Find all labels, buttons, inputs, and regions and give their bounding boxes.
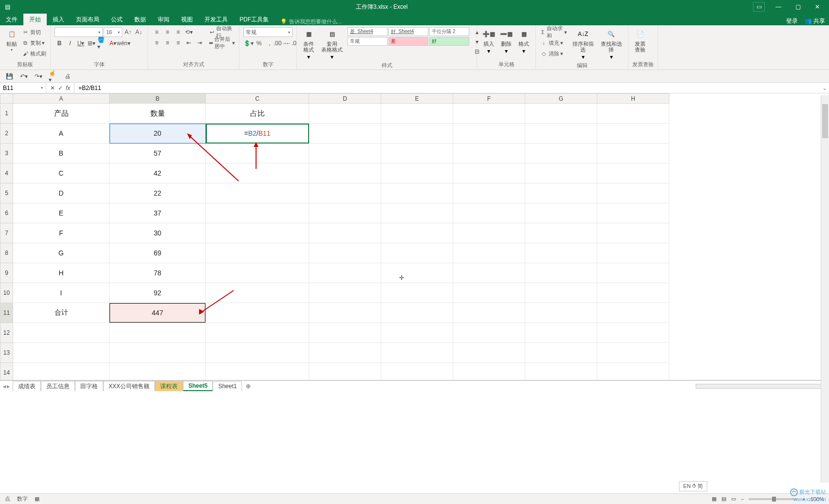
cell-b8[interactable]: 69 (110, 243, 206, 263)
cell-a5[interactable]: D (13, 183, 110, 203)
cell[interactable] (13, 323, 110, 343)
cell[interactable] (309, 343, 381, 363)
align-bottom-icon[interactable]: ≡ (173, 27, 183, 37)
cell[interactable] (597, 303, 669, 323)
paste-button[interactable]: 📋 粘贴 ▾ (4, 27, 19, 53)
cell-a8[interactable]: G (13, 243, 110, 263)
cancel-formula-icon[interactable]: ✕ (50, 85, 55, 91)
cell[interactable] (597, 363, 669, 381)
cell[interactable] (206, 283, 309, 303)
cell[interactable] (381, 104, 453, 124)
cell-a6[interactable]: E (13, 203, 110, 223)
invoice-check-button[interactable]: 📄发票 查验 (632, 27, 648, 54)
cell-style-bad-sheet4[interactable]: 差_Sheet4 (348, 27, 387, 36)
accounting-format-icon[interactable]: 💲▾ (243, 38, 253, 48)
tab-developer[interactable]: 开发工具 (199, 14, 234, 25)
cell-b7[interactable]: 30 (110, 223, 206, 243)
underline-icon[interactable]: U▾ (76, 38, 86, 48)
cell[interactable] (453, 223, 525, 243)
cell-b6[interactable]: 37 (110, 203, 206, 223)
cell-a4[interactable]: C (13, 163, 110, 183)
tab-data[interactable]: 数据 (129, 14, 152, 25)
cell[interactable] (13, 343, 110, 363)
row-header-3[interactable]: 3 (0, 144, 13, 163)
col-header-e[interactable]: E (381, 94, 453, 104)
cell[interactable] (525, 283, 597, 303)
name-box-input[interactable] (3, 85, 41, 91)
row-header-7[interactable]: 7 (0, 223, 13, 243)
col-header-c[interactable]: C (206, 94, 309, 104)
cell[interactable] (597, 124, 669, 144)
decrease-indent-icon[interactable]: ⇤ (184, 38, 194, 48)
phonetic-icon[interactable]: wén▾ (119, 38, 129, 48)
cell[interactable] (525, 323, 597, 343)
cell-b4[interactable]: 42 (110, 163, 206, 183)
cell[interactable] (309, 223, 381, 243)
cell[interactable] (206, 144, 309, 163)
autosum-button[interactable]: Σ自动求和▾ (540, 27, 567, 37)
cell[interactable] (453, 303, 525, 323)
cell[interactable] (206, 323, 309, 343)
cell[interactable] (597, 183, 669, 203)
cell[interactable] (525, 343, 597, 363)
copy-button[interactable]: ⧉复制▾ (21, 38, 46, 48)
cell[interactable] (597, 223, 669, 243)
cell[interactable] (309, 283, 381, 303)
row-header-9[interactable]: 9 (0, 263, 13, 283)
cell[interactable] (206, 343, 309, 363)
row-header-8[interactable]: 8 (0, 243, 13, 263)
tell-me-search[interactable]: 💡 告诉我您想要做什么... (280, 18, 342, 25)
ribbon-display-options-icon[interactable]: ▭ (753, 2, 765, 12)
cell[interactable] (597, 243, 669, 263)
cell[interactable] (309, 104, 381, 124)
fx-icon[interactable]: fx (66, 85, 70, 91)
cell[interactable] (381, 203, 453, 223)
cell[interactable] (453, 163, 525, 183)
redo-icon[interactable]: ↷▾ (34, 72, 43, 81)
cell[interactable] (525, 223, 597, 243)
cell[interactable] (381, 323, 453, 343)
row-header-2[interactable]: 2 (0, 124, 13, 144)
formula-input[interactable]: =B2/B11 (74, 83, 820, 93)
cell[interactable] (597, 144, 669, 163)
cell[interactable] (309, 163, 381, 183)
tab-insert[interactable]: 插入 (47, 14, 70, 25)
insert-cells-button[interactable]: ➕▦插入▾ (481, 27, 497, 55)
col-header-h[interactable]: H (597, 94, 669, 104)
cell-c2[interactable]: =B2/B11 (206, 124, 309, 144)
cell-a10[interactable]: I (13, 283, 110, 303)
tab-pdftools[interactable]: PDF工具集 (234, 14, 275, 25)
cell[interactable] (525, 203, 597, 223)
cell-style-thousand[interactable]: 千位分隔 2 (429, 27, 469, 36)
col-header-d[interactable]: D (309, 94, 381, 104)
cell[interactable] (381, 303, 453, 323)
vertical-scrollbar[interactable] (821, 95, 829, 391)
cell-a11[interactable]: 合计 (13, 303, 110, 323)
tab-view[interactable]: 视图 (175, 14, 199, 25)
cell[interactable] (206, 263, 309, 283)
row-header-14[interactable]: 14 (0, 363, 13, 381)
sheet-nav-last-icon[interactable]: ▸ (7, 383, 10, 390)
align-top-icon[interactable]: ≡ (152, 27, 162, 37)
cell[interactable] (453, 104, 525, 124)
cell[interactable] (381, 124, 453, 144)
share-button[interactable]: 👥 共享 (805, 17, 825, 25)
cell[interactable] (453, 283, 525, 303)
cell[interactable] (453, 363, 525, 381)
tab-review[interactable]: 审阅 (152, 14, 175, 25)
cell[interactable] (453, 323, 525, 343)
cell[interactable] (453, 343, 525, 363)
cell[interactable] (525, 183, 597, 203)
sheet-tab-5[interactable]: 课程表 (155, 381, 183, 392)
cell[interactable] (597, 203, 669, 223)
cell[interactable] (206, 183, 309, 203)
sort-filter-button[interactable]: A↓Z排序和筛选▾ (570, 27, 595, 61)
cell[interactable] (525, 124, 597, 144)
cell[interactable] (381, 144, 453, 163)
cell[interactable] (206, 223, 309, 243)
new-sheet-button[interactable]: ⊕ (246, 383, 251, 390)
cell-b2[interactable]: 20 (110, 124, 206, 144)
cell[interactable] (206, 203, 309, 223)
increase-indent-icon[interactable]: ⇥ (195, 38, 204, 48)
cell[interactable] (206, 243, 309, 263)
